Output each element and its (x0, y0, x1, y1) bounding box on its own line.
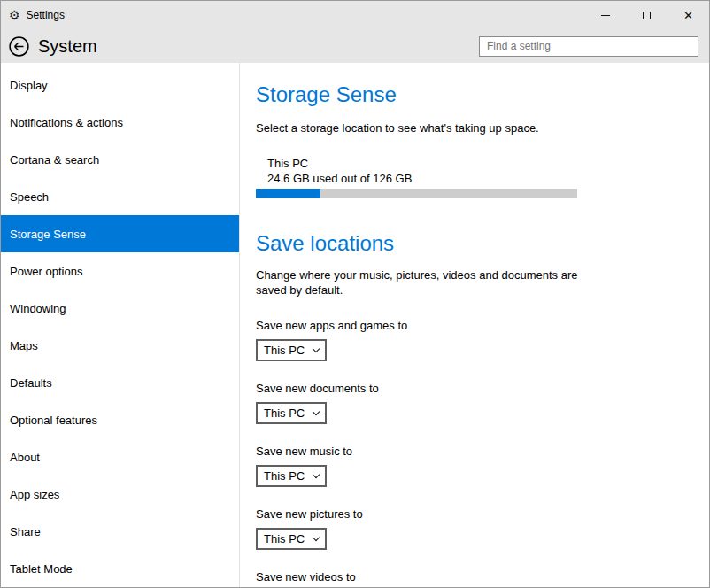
sidebar-item-label: Power options (10, 265, 82, 278)
maximize-icon (643, 12, 651, 19)
search-box[interactable] (479, 36, 698, 57)
dropdown-selected-value: This PC (264, 469, 305, 483)
save-location-dropdown[interactable]: This PC (256, 528, 327, 550)
storage-sense-heading: Storage Sense (256, 82, 691, 107)
save-location-label: Save new videos to (256, 570, 691, 584)
sidebar-item[interactable]: Share (1, 513, 239, 550)
sidebar-item-label: Cortana & search (10, 153, 99, 166)
sidebar-item-label: Display (10, 79, 48, 92)
page-header: System (1, 29, 709, 63)
sidebar-item-label: Tablet Mode (10, 562, 73, 576)
search-input[interactable] (480, 37, 698, 56)
sidebar-item-label: Defaults (10, 376, 52, 390)
save-location-field: Save new videos to This PC (256, 570, 691, 587)
dropdown-selected-value: This PC (264, 406, 305, 420)
save-locations-description: Change where your music, pictures, video… (256, 267, 601, 298)
sidebar-item[interactable]: Windowing (1, 290, 239, 327)
close-icon: ✕ (683, 10, 693, 21)
sidebar-item[interactable]: App sizes (1, 476, 239, 513)
drive-tile[interactable]: This PC 24.6 GB used out of 126 GB (256, 157, 577, 198)
save-location-dropdown[interactable]: This PC (256, 339, 327, 361)
save-location-label: Save new documents to (256, 382, 691, 395)
sidebar-item[interactable]: Maps (1, 327, 239, 364)
minimize-button[interactable] (584, 1, 626, 29)
save-location-field: Save new pictures to This PC (256, 507, 691, 550)
settings-gear-icon: ⚙ (9, 9, 20, 21)
sidebar-item-label: Share (10, 525, 41, 538)
drive-usage: 24.6 GB used out of 126 GB (256, 172, 577, 185)
sidebar-item[interactable]: Optional features (1, 401, 239, 438)
save-location-field: Save new apps and games to This PC (256, 319, 691, 361)
dropdown-selected-value: This PC (264, 532, 305, 545)
sidebar-item-label: App sizes (10, 488, 59, 501)
save-locations-heading: Save locations (256, 231, 691, 256)
sidebar-item-label: Storage Sense (10, 228, 86, 241)
sidebar: Display Notifications & actions Cortana … (1, 63, 240, 587)
sidebar-item-label: Optional features (10, 414, 97, 427)
sidebar-item-label: About (10, 451, 40, 464)
settings-window: ⚙ Settings ✕ System (0, 0, 710, 588)
sidebar-item-label: Windowing (10, 302, 66, 315)
page-title: System (38, 36, 97, 57)
sidebar-item[interactable]: Tablet Mode (1, 550, 239, 587)
back-arrow-icon (9, 36, 29, 57)
save-location-field: Save new documents to This PC (256, 382, 691, 424)
sidebar-item[interactable]: Power options (1, 252, 239, 290)
sidebar-item[interactable]: Notifications & actions (1, 104, 239, 141)
drive-name: This PC (256, 157, 577, 170)
save-location-label: Save new apps and games to (256, 319, 691, 332)
window-title: Settings (27, 9, 65, 21)
sidebar-item[interactable]: Defaults (1, 364, 239, 401)
save-location-dropdown[interactable]: This PC (256, 402, 327, 424)
sidebar-item[interactable]: About (1, 438, 239, 476)
chevron-down-icon (313, 344, 320, 352)
save-location-field: Save new music to This PC (256, 445, 691, 487)
dropdown-selected-value: This PC (264, 344, 305, 357)
save-location-fields: Save new apps and games to This PC Save … (256, 319, 691, 587)
storage-progress-fill (256, 189, 320, 198)
sidebar-item-label: Maps (10, 339, 38, 352)
main-pane: Storage Sense Select a storage location … (240, 63, 709, 587)
chevron-down-icon (313, 533, 320, 540)
back-button[interactable] (8, 35, 29, 57)
sidebar-item[interactable]: Speech (1, 178, 239, 215)
save-location-dropdown[interactable]: This PC (256, 465, 327, 487)
sidebar-item-label: Notifications & actions (10, 116, 123, 129)
save-location-label: Save new pictures to (256, 507, 691, 521)
sidebar-item-label: Speech (10, 190, 49, 204)
window-controls: ✕ (584, 1, 709, 29)
sidebar-item[interactable]: Storage Sense (1, 215, 239, 252)
content-area: Display Notifications & actions Cortana … (1, 63, 709, 587)
close-button[interactable]: ✕ (668, 1, 709, 29)
sidebar-item[interactable]: Cortana & search (1, 141, 239, 178)
titlebar[interactable]: ⚙ Settings ✕ (1, 1, 709, 29)
chevron-down-icon (313, 470, 320, 477)
save-location-label: Save new music to (256, 445, 691, 458)
sidebar-item[interactable]: Display (1, 66, 239, 104)
storage-sense-description: Select a storage location to see what's … (256, 120, 691, 136)
chevron-down-icon (313, 407, 320, 414)
storage-progress-bar (256, 189, 577, 198)
maximize-button[interactable] (626, 1, 668, 29)
minimize-icon (601, 15, 610, 16)
